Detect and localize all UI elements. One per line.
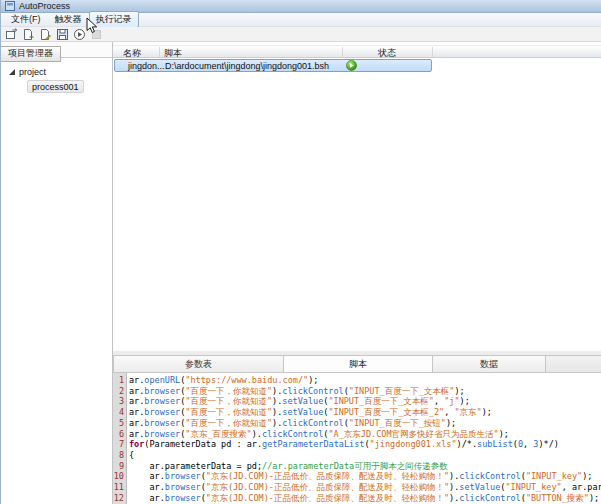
project-manager-panel: 项目管理器 project process001 bbox=[1, 42, 113, 504]
table-row[interactable]: jingdon... D:\ardocument\jingdong\jingdo… bbox=[114, 59, 432, 72]
process-table-body[interactable]: jingdon... D:\ardocument\jingdong\jingdo… bbox=[113, 58, 601, 351]
code-line: ar.browser("京东(JD.COM)-正品低价、品质保障、配送及时、轻松… bbox=[129, 471, 601, 482]
row-name: jingdon... bbox=[128, 61, 165, 71]
save-icon[interactable] bbox=[55, 28, 69, 41]
row-script: D:\ardocument\jingdong\jingdong001.bsh bbox=[165, 61, 329, 71]
mouse-cursor bbox=[86, 17, 98, 35]
window-title: AutoProcess bbox=[19, 1, 70, 11]
app-window: AutoProcess 文件(F) 触发器 执行记录 项目管理器 bbox=[0, 0, 601, 504]
tab-script[interactable]: 脚本 bbox=[283, 355, 433, 373]
tree-item-process001-label: process001 bbox=[27, 80, 84, 93]
code-line: ar.browser("京东(JD.COM)-正品低价、品质保障、配送及时、轻松… bbox=[129, 482, 601, 493]
menu-trigger[interactable]: 触发器 bbox=[48, 11, 89, 28]
column-separator[interactable] bbox=[432, 47, 433, 57]
edit-process-icon[interactable] bbox=[38, 28, 52, 41]
tree-item-project-label: project bbox=[19, 67, 46, 77]
code-line: ar.parameterData = pd;//ar.parameterData… bbox=[129, 461, 601, 472]
process-table-header: 名称 脚本 状态 bbox=[113, 45, 601, 58]
app-icon bbox=[5, 1, 15, 11]
menu-file[interactable]: 文件(F) bbox=[4, 11, 48, 28]
new-project-icon[interactable] bbox=[4, 28, 18, 41]
code-line: ar.browser("百度一下，你就知道").clickControl("IN… bbox=[129, 386, 601, 397]
code-line: ar.openURL("https://www.baidu.com/"); bbox=[129, 375, 601, 386]
gutter: 123456789101112 bbox=[113, 373, 127, 504]
project-manager-tabbar: 项目管理器 bbox=[1, 42, 112, 58]
tree-expander-icon[interactable] bbox=[9, 69, 15, 75]
column-separator[interactable] bbox=[342, 47, 343, 57]
code-line: ar.browser("百度一下，你就知道").setValue("INPUT_… bbox=[129, 396, 601, 407]
tree-item-process001[interactable]: process001 bbox=[1, 79, 112, 93]
column-separator[interactable] bbox=[159, 47, 160, 57]
tab-data[interactable]: 数据 bbox=[432, 355, 546, 373]
project-tree: project process001 bbox=[1, 58, 112, 93]
tab-filler bbox=[545, 355, 601, 373]
code-line: ar.browser("京东(JD.COM)-正品低价、品质保障、配送及时、轻松… bbox=[129, 493, 601, 504]
code-line: for(ParameterData pd : ar.getParameterDa… bbox=[129, 439, 601, 450]
new-process-icon[interactable] bbox=[21, 28, 35, 41]
bottom-tabs: 参数表 脚本 数据 bbox=[113, 355, 601, 373]
code-line: ar.browser("百度一下，你就知道").setValue("INPUT_… bbox=[129, 407, 601, 418]
code-line: { bbox=[129, 450, 601, 461]
code-line: ar.browser("京东_百度搜索").clickControl("A_京东… bbox=[129, 429, 601, 440]
run-icon[interactable] bbox=[72, 28, 86, 41]
main-region: 名称 脚本 状态 jingdon... D:\ardocument\jingdo… bbox=[113, 42, 601, 504]
tab-parameter-table[interactable]: 参数表 bbox=[113, 355, 284, 373]
code-lines[interactable]: ar.openURL("https://www.baidu.com/");ar.… bbox=[127, 373, 601, 504]
script-editor: 123456789101112 ar.openURL("https://www.… bbox=[113, 373, 601, 504]
code-line: ar.browser("百度一下，你就知道").clickControl("IN… bbox=[129, 418, 601, 429]
tree-item-project[interactable]: project bbox=[1, 65, 112, 79]
status-running-icon bbox=[346, 60, 357, 73]
tab-project-manager[interactable]: 项目管理器 bbox=[1, 46, 61, 62]
